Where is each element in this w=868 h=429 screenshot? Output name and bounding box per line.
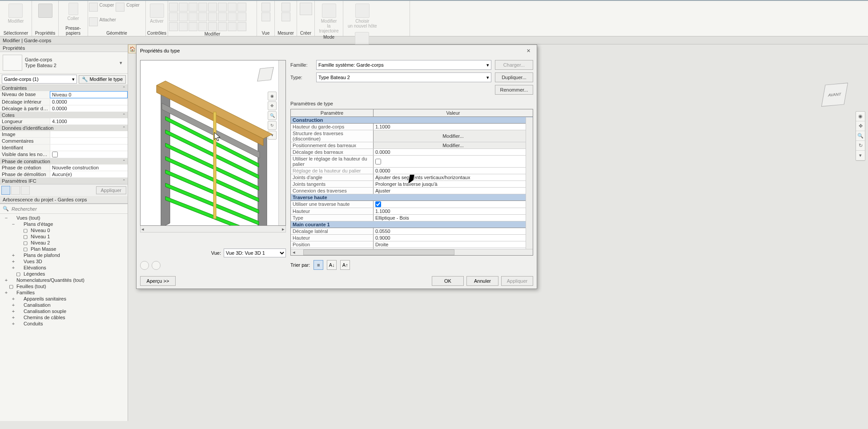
tree-twisty[interactable]: − bbox=[4, 215, 9, 221]
sort-asc-button[interactable]: A↓ bbox=[327, 260, 337, 270]
chevron-down-icon[interactable]: ▾ bbox=[120, 60, 125, 66]
type-dropdown[interactable]: Type Bateau 2▾ bbox=[316, 72, 491, 82]
tree-twisty[interactable]: + bbox=[11, 309, 16, 314]
tree-item[interactable]: ▢Plan Masse bbox=[0, 246, 128, 252]
ok-button[interactable]: OK bbox=[432, 276, 464, 286]
prop-row[interactable]: Longueur4.1000 bbox=[0, 118, 128, 125]
preview-viewport[interactable]: ◉✥🔍↻▾ bbox=[140, 60, 286, 226]
param-edit-button[interactable]: Modifier... bbox=[374, 142, 533, 148]
full-nav-icon[interactable]: ◉ bbox=[856, 112, 865, 121]
tree-item[interactable]: +Canalisation bbox=[0, 302, 128, 308]
expand-icon[interactable]: ▾ bbox=[856, 151, 865, 160]
prop-row[interactable]: Décalage à partir de la t...0.0000 bbox=[0, 105, 128, 112]
properties-icon[interactable] bbox=[38, 4, 52, 18]
rename-button[interactable]: Renommer... bbox=[495, 85, 533, 95]
tree-item[interactable]: +Appareils sanitaires bbox=[0, 296, 128, 302]
browser-search[interactable]: 🔍 bbox=[0, 204, 128, 214]
prop-row[interactable]: Image bbox=[0, 131, 128, 138]
tree-item[interactable]: +Canalisation souple bbox=[0, 308, 128, 314]
close-button[interactable]: ✕ bbox=[522, 46, 535, 55]
prop-row[interactable]: Niveau de baseNiveau 0 bbox=[0, 91, 128, 99]
modify-button[interactable]: Modifier bbox=[4, 3, 28, 24]
param-row[interactable]: Positionnement des barreauxModifier... bbox=[291, 142, 533, 149]
table-scrollbar-h[interactable]: ◂ bbox=[291, 249, 533, 255]
tree-twisty[interactable]: + bbox=[11, 302, 16, 308]
tree-item[interactable]: +Chemins de câbles bbox=[0, 314, 128, 321]
prop-group-identity[interactable]: Données d'identification⌃ bbox=[0, 125, 128, 131]
prop-row[interactable]: Décalage inférieur0.0000 bbox=[0, 99, 128, 105]
param-row[interactable]: Décalage des barreaux0.0000 bbox=[291, 149, 533, 156]
tree-item[interactable]: +Conduits bbox=[0, 321, 128, 327]
load-button[interactable]: Charger... bbox=[495, 60, 533, 70]
sort-desc-button[interactable]: A↑ bbox=[340, 260, 350, 270]
duplicate-button[interactable]: Dupliquer... bbox=[495, 72, 533, 82]
param-row[interactable]: Réglage de la hauteur du palier0.0000 bbox=[291, 168, 533, 174]
prop-group-dimensions[interactable]: Cotes⌃ bbox=[0, 112, 128, 118]
sort-za-button[interactable] bbox=[21, 186, 30, 195]
viewcube[interactable]: AVANT bbox=[819, 80, 850, 111]
preview-toggle-icon[interactable] bbox=[140, 261, 149, 270]
param-row[interactable]: Utiliser une traverse haute bbox=[291, 201, 533, 208]
param-row[interactable]: Utiliser le réglage de la hauteur du pal… bbox=[291, 156, 533, 168]
join-icon[interactable] bbox=[89, 17, 98, 26]
prop-row[interactable]: Identifiant bbox=[0, 144, 128, 151]
activate-icon[interactable] bbox=[150, 4, 164, 18]
zoom-icon[interactable]: 🔍 bbox=[856, 131, 865, 141]
prop-row[interactable]: Phase de démolitionAucun(e) bbox=[0, 171, 128, 178]
tree-item[interactable]: ▢Niveau 1 bbox=[0, 233, 128, 240]
family-dropdown[interactable]: Famille système: Garde-corps▾ bbox=[316, 60, 491, 70]
tree-twisty[interactable]: − bbox=[11, 221, 16, 227]
param-group-header[interactable]: Main courante 1 bbox=[291, 221, 533, 228]
tree-item[interactable]: +Familles bbox=[0, 289, 128, 296]
prop-group-phasing[interactable]: Phase de construction⌃ bbox=[0, 158, 128, 164]
param-row[interactable]: Joints tangentsProlonger la traverse jus… bbox=[291, 181, 533, 188]
tree-item[interactable]: ▢Niveau 0 bbox=[0, 227, 128, 233]
paste-icon[interactable] bbox=[68, 3, 78, 15]
prop-row[interactable]: Commentaires bbox=[0, 138, 128, 144]
col-param-header[interactable]: Paramètre bbox=[291, 109, 374, 116]
tree-twisty[interactable]: + bbox=[11, 265, 16, 270]
preview-mode-icon[interactable] bbox=[152, 261, 161, 270]
tree-item[interactable]: −Plans d'étage bbox=[0, 221, 128, 227]
param-row[interactable]: Structure des traverses (discontinue)Mod… bbox=[291, 130, 533, 142]
tree-item[interactable]: ▢Niveau 2 bbox=[0, 240, 128, 246]
param-group-header[interactable]: Construction bbox=[291, 117, 533, 124]
param-row[interactable]: Hauteur du garde-corps1.1000 bbox=[291, 124, 533, 130]
view-select[interactable]: Vue 3D: Vue 3D 1 bbox=[224, 249, 286, 257]
apply-button[interactable]: Appliquer bbox=[96, 186, 126, 194]
preview-toggle-button[interactable]: Aperçu >> bbox=[140, 276, 176, 286]
align-icon[interactable] bbox=[169, 3, 178, 12]
prop-group-constraints[interactable]: Contraintes⌃ bbox=[0, 85, 128, 91]
preview-scrollbar-h[interactable]: ◂▸ bbox=[140, 226, 286, 233]
param-edit-button[interactable]: Modifier... bbox=[374, 130, 533, 142]
edit-path-icon[interactable] bbox=[322, 4, 336, 18]
param-group-header[interactable]: Traverse haute bbox=[291, 194, 533, 201]
tree-item[interactable]: +Nomenclatures/Quantités (tout) bbox=[0, 277, 128, 283]
dialog-apply-button[interactable]: Appliquer bbox=[501, 276, 533, 286]
edit-type-button[interactable]: 🔧 Modifier le type bbox=[79, 75, 126, 84]
param-row[interactable]: PositionDroite bbox=[291, 241, 533, 248]
tree-item[interactable]: −Vues (tout) bbox=[0, 215, 128, 221]
type-selector[interactable]: Garde-corps Type Bateau 2 ▾ bbox=[0, 52, 128, 74]
sort-az-button[interactable] bbox=[11, 186, 20, 195]
tree-item[interactable]: ▢Légendes bbox=[0, 271, 128, 277]
tree-twisty[interactable]: + bbox=[11, 315, 16, 320]
tree-twisty[interactable]: + bbox=[11, 253, 16, 258]
sort-grouped-button[interactable]: ≡ bbox=[313, 260, 323, 270]
pick-host-icon[interactable] bbox=[355, 4, 370, 18]
param-row[interactable]: Décalage latéral0.0550 bbox=[291, 228, 533, 235]
tree-twisty[interactable]: + bbox=[4, 277, 9, 283]
param-row[interactable]: Joints d'angleAjouter des segments verti… bbox=[291, 174, 533, 181]
param-row[interactable]: Hauteur1.1000 bbox=[291, 208, 533, 215]
instance-filter-dropdown[interactable]: Garde-corps (1)▾ bbox=[2, 75, 77, 84]
dialog-titlebar[interactable]: Propriétés du type ✕ bbox=[137, 45, 537, 56]
tree-twisty[interactable]: + bbox=[11, 321, 16, 326]
tree-item[interactable]: ▢Feuilles (tout) bbox=[0, 283, 128, 289]
cope-icon[interactable] bbox=[89, 3, 98, 12]
tree-item[interactable]: +Vues 3D bbox=[0, 258, 128, 265]
home-view-tab[interactable]: 🏠 bbox=[128, 44, 137, 53]
tree-twisty[interactable]: + bbox=[11, 296, 16, 301]
tree-twisty[interactable]: + bbox=[4, 290, 9, 295]
cancel-button[interactable]: Annuler bbox=[466, 276, 498, 286]
param-row[interactable]: Connexion des traversesAjuster bbox=[291, 188, 533, 194]
